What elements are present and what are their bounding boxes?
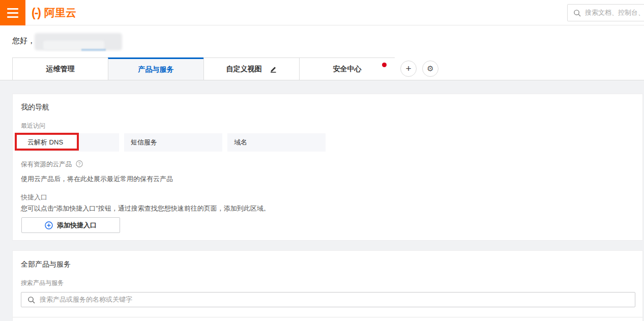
tab-security-center[interactable]: 安全中心 — [299, 57, 395, 80]
all-products-card: 全部产品与服务 搜索产品与服务 搜索产品或服务的名称或关键字 — [12, 250, 643, 321]
recent-item-dns[interactable]: 云解析 DNS — [21, 133, 119, 152]
redacted-link-underline — [81, 49, 106, 51]
notification-dot — [382, 63, 387, 67]
svg-text:?: ? — [78, 161, 81, 166]
product-search-input[interactable]: 搜索产品或服务的名称或关键字 — [21, 292, 635, 307]
gear-icon[interactable]: ⚙ — [422, 61, 438, 77]
aliyun-logo-mark: (-) — [32, 6, 40, 20]
help-question-icon[interactable]: ? — [76, 160, 83, 169]
my-nav-title: 我的导航 — [21, 103, 49, 112]
product-search-label: 搜索产品与服务 — [21, 279, 64, 287]
recent-item-sms[interactable]: 短信服务 — [124, 133, 222, 152]
edit-pencil-icon[interactable] — [269, 65, 277, 73]
dashboard-tabs: 运维管理 产品与服务 自定义视图 安全中心 + ⚙ — [12, 57, 438, 80]
top-header: (-) 阿里云 搜索文档、控制台、A — [0, 0, 644, 25]
circle-plus-icon — [45, 221, 53, 229]
hamburger-menu-icon[interactable] — [0, 0, 25, 25]
global-search-placeholder: 搜索文档、控制台、A — [585, 8, 644, 17]
tab-custom-view[interactable]: 自定义视图 — [203, 57, 299, 80]
search-icon — [27, 296, 35, 304]
dashboard-subheader: 您好， 运维管理 产品与服务 自定义视图 安全中心 + ⚙ — [0, 25, 644, 80]
search-icon — [573, 9, 581, 17]
tab-products-services[interactable]: 产品与服务 — [108, 57, 203, 80]
shortcut-desc: 您可以点击“添加快捷入口”按钮，通过搜索查找您想快速前往的页面，添加到此区域。 — [21, 204, 270, 213]
shortcut-label: 快捷入口 — [21, 193, 47, 202]
recent-visits-label: 最近访问 — [21, 122, 45, 130]
recent-item-domain[interactable]: 域名 — [227, 133, 326, 152]
add-tab-button[interactable]: + — [400, 61, 417, 77]
owned-products-desc: 使用云产品后，将在此处展示最近常用的保有云产品 — [21, 174, 173, 184]
global-search-input[interactable]: 搜索文档、控制台、A — [567, 4, 644, 21]
owned-products-label: 保有资源的云产品 ? — [21, 160, 83, 169]
all-products-title: 全部产品与服务 — [21, 260, 71, 269]
section-divider — [13, 317, 642, 317]
recent-visits-list: 云解析 DNS 短信服务 域名 — [21, 133, 326, 152]
tab-ops-management[interactable]: 运维管理 — [12, 57, 108, 80]
product-search-placeholder: 搜索产品或服务的名称或关键字 — [40, 295, 132, 304]
aliyun-logo-text: 阿里云 — [44, 6, 76, 20]
greeting-text: 您好， — [12, 36, 35, 46]
my-navigation-card: 我的导航 最近访问 云解析 DNS 短信服务 域名 保有资源的云产品 ? 使用云… — [12, 94, 643, 241]
add-shortcut-button[interactable]: 添加快捷入口 — [21, 217, 120, 233]
aliyun-logo[interactable]: (-) 阿里云 — [32, 0, 76, 25]
